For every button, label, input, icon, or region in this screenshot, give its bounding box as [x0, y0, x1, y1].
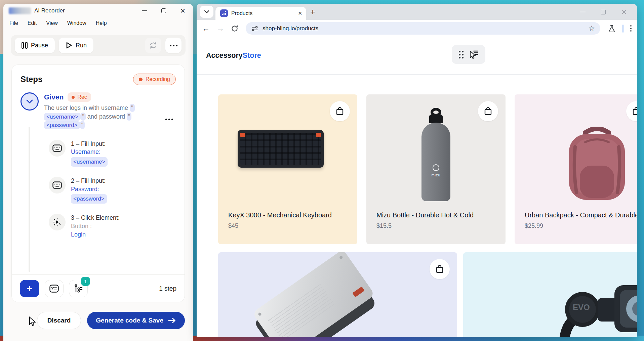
product-image-powerbank: [252, 252, 376, 337]
username-param-chip[interactable]: <username>: [44, 113, 81, 121]
generate-code-save-button[interactable]: Generate code & Save: [87, 312, 185, 329]
recorder-picker-widget[interactable]: [452, 45, 485, 64]
product-card[interactable]: Urban Backpack - Compact & Durable $25.9…: [515, 94, 637, 244]
substep-field: Password:: [71, 185, 107, 194]
recorder-menubar: File Edit View Window Help: [3, 17, 193, 29]
url-bar[interactable]: shop-blinq.io/products ☆: [246, 22, 600, 35]
more-icon: [170, 45, 177, 46]
recording-dot-icon: [139, 78, 143, 81]
product-name: KeyX 3000 - Mechanical Keyboard: [218, 205, 357, 219]
add-to-cart-button[interactable]: [330, 101, 350, 121]
refresh-icon: [149, 41, 157, 49]
site-favicon: [220, 9, 228, 17]
substep-label: 3 – Click Element:: [71, 214, 120, 222]
maximize-icon[interactable]: [601, 10, 606, 14]
recorder-titlebar: AI Recorder ✕: [3, 4, 193, 17]
product-price: $15.5: [366, 219, 506, 229]
tab-strip: Products ✕ + ✕: [197, 4, 637, 20]
substep-label: 1 – Fill Input:: [71, 140, 108, 148]
back-button[interactable]: ←: [202, 25, 210, 32]
given-keyword: Given: [44, 93, 64, 101]
substep-value-chip[interactable]: <username>: [71, 157, 108, 166]
checklist-button[interactable]: [45, 280, 64, 297]
run-label: Run: [76, 42, 87, 49]
close-icon[interactable]: ✕: [180, 8, 186, 14]
product-image-bottle: mizu: [421, 108, 450, 201]
element-picker-icon[interactable]: [468, 50, 478, 59]
maximize-icon[interactable]: [161, 8, 166, 13]
chevron-down-icon: [26, 99, 33, 104]
add-to-cart-button[interactable]: [626, 101, 637, 121]
password-param-chip[interactable]: <password>: [44, 121, 80, 129]
product-image-gimbal: EVO EVO: [514, 266, 637, 337]
shopping-bag-icon: [632, 107, 637, 116]
plus-icon: +: [27, 284, 33, 294]
add-to-cart-button[interactable]: [430, 259, 450, 279]
menu-file[interactable]: File: [9, 20, 18, 26]
checklist-icon: [49, 285, 59, 293]
site-settings-icon[interactable]: [251, 25, 258, 32]
product-card[interactable]: [218, 252, 457, 337]
product-card[interactable]: EVO EVO: [463, 252, 637, 337]
collapse-step-button[interactable]: [21, 92, 39, 111]
rec-badge: Rec: [68, 92, 91, 102]
menu-help[interactable]: Help: [96, 20, 107, 26]
tab-close-icon[interactable]: ✕: [298, 10, 302, 16]
tab-search-button[interactable]: [200, 6, 213, 18]
arrow-right-icon: [168, 317, 176, 324]
drag-handle-icon[interactable]: [459, 51, 464, 58]
recorder-toolbar: Pause Run: [11, 35, 186, 56]
minimize-icon[interactable]: [142, 10, 147, 11]
product-image-backpack: [565, 127, 629, 204]
sequence-button[interactable]: 1: [69, 280, 88, 297]
shopping-bag-icon: [436, 265, 444, 273]
url-text[interactable]: shop-blinq.io/products: [263, 25, 584, 32]
steps-footer: +: [12, 274, 185, 302]
product-card[interactable]: mizu Mizu Bottle - Durable Hot & Cold $1…: [366, 94, 506, 244]
product-price: $25.99: [515, 219, 637, 229]
substep-target-link[interactable]: Login: [71, 230, 120, 239]
shopping-bag-icon: [336, 107, 344, 116]
substep-click-login[interactable]: 3 – Click Element: Button : Login: [49, 214, 176, 239]
menu-edit[interactable]: Edit: [28, 20, 37, 26]
tab-products[interactable]: Products ✕: [215, 7, 306, 20]
product-card[interactable]: KeyX 3000 - Mechanical Keyboard $45: [218, 94, 357, 244]
product-name: Mizu Bottle - Durable Hot & Cold: [366, 205, 506, 219]
product-name: Urban Backpack - Compact & Durable: [515, 205, 637, 219]
substep-fill-username[interactable]: 1 – Fill Input: Username: <username>: [49, 140, 176, 167]
mouse-cursor-icon: [28, 316, 37, 327]
store-brand[interactable]: AccessoryStore: [206, 51, 261, 60]
menu-window[interactable]: Window: [67, 20, 86, 26]
close-icon[interactable]: ✕: [621, 9, 627, 15]
pause-button[interactable]: Pause: [15, 38, 55, 53]
reload-button[interactable]: [231, 25, 238, 32]
given-step: Given Rec The user logs in with username…: [21, 92, 176, 130]
steps-panel: Steps Recording Given: [11, 65, 185, 302]
discard-button[interactable]: Discard: [37, 312, 81, 329]
substep-label: 2 – Fill Input:: [71, 177, 107, 185]
experiments-flask-icon[interactable]: [608, 25, 616, 33]
keyboard-icon: [52, 181, 62, 189]
substep-value-chip[interactable]: <password>: [71, 194, 107, 203]
add-step-button[interactable]: +: [20, 280, 39, 297]
rec-dot-icon: [72, 96, 75, 99]
steps-title: Steps: [21, 75, 42, 84]
run-button[interactable]: Run: [59, 38, 93, 53]
forward-button[interactable]: →: [216, 25, 224, 32]
generate-label: Generate code & Save: [96, 317, 163, 324]
bookmark-star-icon[interactable]: ☆: [588, 24, 595, 33]
toolbar-more-button[interactable]: [165, 38, 182, 53]
recorder-actions: Discard Generate code & Save: [11, 312, 185, 329]
ai-recorder-window: AI Recorder ✕ File Edit View Window Help…: [3, 4, 193, 341]
product-image-keyboard: [238, 130, 324, 168]
substep-fill-password[interactable]: 2 – Fill Input: Password: <password>: [49, 177, 176, 204]
step-rail: [29, 127, 30, 272]
browser-menu-button[interactable]: [630, 25, 632, 32]
minimize-icon[interactable]: [580, 12, 586, 12]
keyboard-icon: [52, 144, 62, 152]
new-tab-button[interactable]: +: [310, 7, 315, 17]
menu-view[interactable]: View: [46, 20, 57, 26]
add-to-cart-button[interactable]: [478, 101, 498, 121]
step-menu-button[interactable]: [165, 119, 173, 120]
refresh-button[interactable]: [145, 38, 161, 53]
